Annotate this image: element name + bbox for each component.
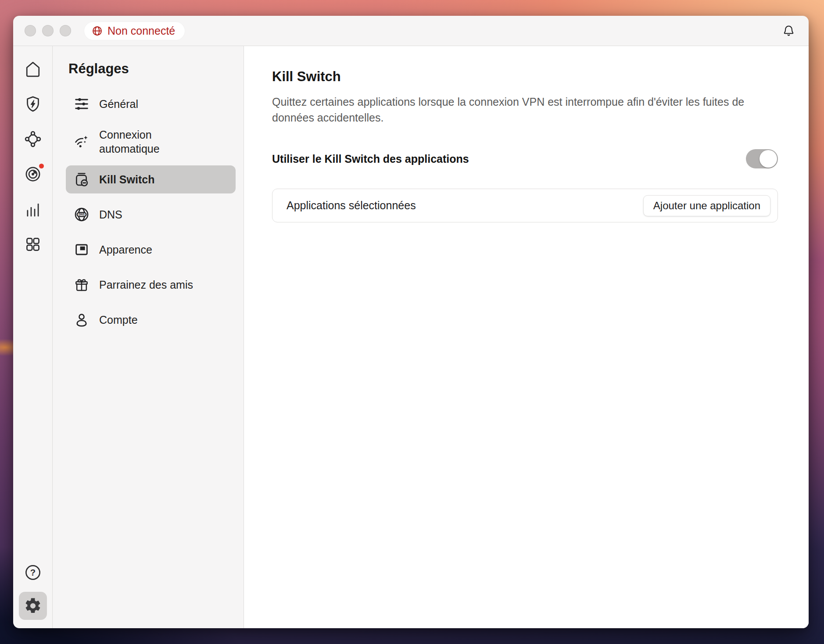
- rail-item-apps[interactable]: [22, 234, 43, 255]
- apps-grid-icon: [23, 235, 43, 254]
- app-kill-switch-setting-row: Utiliser le Kill Switch des applications: [272, 149, 778, 168]
- settings-item-label: Général: [99, 97, 138, 111]
- app-kill-switch-toggle-label: Utiliser le Kill Switch des applications: [272, 153, 469, 165]
- rail-item-security[interactable]: [22, 93, 43, 114]
- icon-rail: ?: [13, 46, 53, 628]
- minimize-window-button[interactable]: [42, 25, 54, 36]
- shield-bolt-icon: [23, 94, 43, 114]
- sliders-icon: [72, 95, 91, 113]
- dns-globe-icon: DNS: [72, 206, 91, 223]
- app-kill-switch-toggle[interactable]: [746, 149, 778, 168]
- wifi-sparkle-icon: [72, 133, 91, 150]
- settings-item-label: Parrainez des amis: [99, 278, 193, 292]
- settings-item-general[interactable]: Général: [66, 90, 236, 118]
- help-icon: ?: [23, 563, 43, 582]
- connection-status-pill[interactable]: Non connecté: [84, 22, 185, 40]
- kill-switch-icon: [72, 171, 91, 188]
- rail-item-help[interactable]: ?: [22, 562, 43, 583]
- settings-item-refer-friends[interactable]: Parrainez des amis: [66, 271, 236, 299]
- page-title: Kill Switch: [272, 69, 778, 85]
- settings-item-auto-connect[interactable]: Connexion automatique: [66, 125, 236, 158]
- zoom-window-button[interactable]: [60, 25, 71, 36]
- toggle-knob: [760, 150, 777, 168]
- svg-text:?: ?: [30, 568, 35, 577]
- app-window: Non connecté: [13, 16, 809, 628]
- rail-item-settings-selected[interactable]: [19, 592, 47, 620]
- notifications-bell-icon[interactable]: [782, 24, 795, 38]
- settings-item-appearance[interactable]: Apparence: [66, 236, 236, 264]
- settings-title: Réglages: [68, 61, 236, 77]
- rail-item-statistics[interactable]: [22, 199, 43, 220]
- settings-item-label: Apparence: [99, 243, 152, 257]
- person-icon: [72, 311, 91, 329]
- add-application-button[interactable]: Ajouter une application: [643, 195, 770, 216]
- window-appearance-icon: [72, 241, 91, 258]
- rail-item-threat-protection[interactable]: [22, 164, 43, 185]
- settings-item-label: DNS: [99, 208, 122, 222]
- statistics-bars-icon: [23, 200, 43, 219]
- settings-item-label: Kill Switch: [99, 172, 154, 186]
- globe-icon: [91, 25, 103, 37]
- traffic-lights: [25, 25, 71, 36]
- settings-item-label: Connexion automatique: [99, 128, 204, 156]
- settings-sidebar: Réglages Général: [53, 46, 244, 628]
- rail-item-meshnet[interactable]: [22, 129, 43, 150]
- kill-switch-panel: Kill Switch Quittez certaines applicatio…: [244, 46, 809, 628]
- mesh-network-icon: [23, 129, 43, 149]
- settings-item-dns[interactable]: DNS DNS: [66, 200, 236, 229]
- page-description: Quittez certaines applications lorsque l…: [272, 94, 778, 125]
- home-icon: [23, 59, 43, 79]
- alert-badge: [38, 162, 45, 170]
- title-bar: Non connecté: [13, 16, 809, 46]
- settings-gear-icon: [24, 597, 42, 615]
- connection-status-text: Non connecté: [107, 25, 175, 37]
- selected-apps-box: Applications sélectionnées Ajouter une a…: [272, 189, 778, 222]
- settings-item-label: Compte: [99, 313, 138, 327]
- settings-item-account[interactable]: Compte: [66, 306, 236, 334]
- svg-text:DNS: DNS: [79, 213, 85, 216]
- rail-item-home[interactable]: [22, 58, 43, 79]
- close-window-button[interactable]: [25, 25, 36, 36]
- settings-item-kill-switch[interactable]: Kill Switch: [66, 165, 236, 193]
- gift-icon: [72, 276, 91, 293]
- selected-apps-label: Applications sélectionnées: [287, 199, 416, 212]
